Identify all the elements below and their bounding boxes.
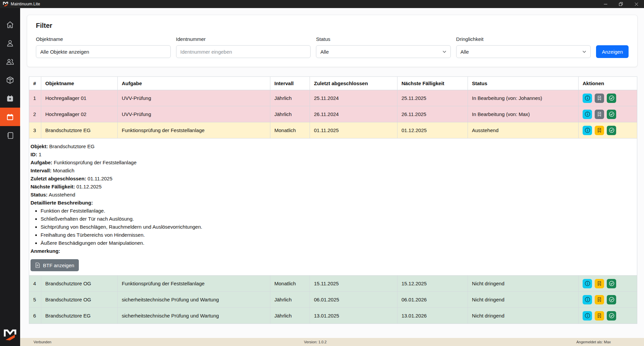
info-button[interactable]: [583, 94, 592, 103]
complete-button[interactable]: [607, 295, 616, 304]
table-row[interactable]: 4Brandschutztore OGFunktionsprüfung der …: [29, 276, 637, 292]
info-button[interactable]: [583, 279, 592, 288]
detail-id: ID: 1: [31, 151, 636, 159]
cell-zuletzt_abgeschlossen: 06.01.2025: [310, 292, 397, 308]
cell-naechste_faelligkeit: 06.01.2026: [397, 292, 468, 308]
cell-num: 1: [29, 90, 41, 106]
restore-icon: [619, 2, 623, 6]
bookmark-button[interactable]: [595, 279, 604, 288]
cell-num: 3: [29, 122, 41, 138]
info-button[interactable]: [583, 295, 592, 304]
column-header-objektname: Objektname: [41, 77, 118, 90]
cell-zuletzt_abgeschlossen: 13.01.2025: [310, 308, 397, 324]
minimize-icon: [604, 2, 607, 6]
cell-aufgabe: sicherheitstechnische Prüfung und Wartun…: [118, 308, 270, 324]
column-header-aufgabe: Aufgabe: [118, 77, 270, 90]
table-row[interactable]: 1Hochregallager 01UVV-PrüfungJährlich25.…: [29, 90, 637, 106]
detail-bullet: Freihaltung des Türbereichs von Hinderni…: [41, 231, 636, 239]
titlebar: Maintinuum.Lite: [0, 0, 644, 8]
cell-intervall: Jährlich: [270, 308, 310, 324]
bookmark-check-icon: [597, 112, 602, 117]
info-circle-icon: [585, 281, 590, 286]
complete-button[interactable]: [607, 110, 616, 119]
cell-zuletzt_abgeschlossen: 26.11.2024: [310, 106, 397, 122]
window-controls: [598, 0, 644, 8]
cell-aktionen: [579, 276, 637, 292]
sidebar-item-inventory[interactable]: [0, 71, 20, 89]
objektname-label: Objektname: [36, 36, 171, 42]
bookmark-button[interactable]: [595, 110, 604, 119]
info-button[interactable]: [583, 311, 592, 321]
objektname-input[interactable]: [36, 45, 171, 58]
info-button[interactable]: [583, 126, 592, 135]
cell-zuletzt_abgeschlossen: 01.11.2025: [310, 122, 397, 138]
column-header-intervall: Intervall: [270, 77, 310, 90]
sidebar-item-journal[interactable]: [0, 126, 20, 145]
bookmark-check-icon: [597, 281, 602, 286]
sidebar-item-calendar-add[interactable]: [0, 89, 20, 108]
status-select[interactable]: Alle: [316, 45, 451, 58]
cell-intervall: Monatlich: [270, 122, 310, 138]
sidebar-item-home[interactable]: [0, 15, 20, 34]
detail-bullet: Funktion der Feststellanlage.: [41, 207, 636, 215]
cell-aufgabe: sicherheitstechnische Prüfung und Wartun…: [118, 292, 270, 308]
bookmark-button[interactable]: [595, 94, 604, 103]
app-logo-bottom-icon: [0, 329, 20, 341]
dringlichkeit-label: Dringlichkeit: [456, 36, 591, 42]
cell-aktionen: [579, 122, 637, 138]
bookmark-button[interactable]: [595, 126, 604, 135]
anzeigen-button[interactable]: Anzeigen: [596, 45, 629, 58]
cell-objektname: Brandschutztore OG: [41, 276, 118, 292]
table-row[interactable]: 5Brandschutztore OGsicherheitstechnische…: [29, 292, 637, 308]
complete-button[interactable]: [607, 126, 616, 135]
complete-button[interactable]: [607, 311, 616, 321]
bookmark-check-icon: [597, 128, 602, 133]
bookmark-button[interactable]: [595, 295, 604, 304]
cell-intervall: Jährlich: [270, 292, 310, 308]
bookmark-button[interactable]: [595, 311, 604, 321]
info-circle-icon: [585, 313, 590, 319]
close-icon: [635, 2, 638, 6]
info-circle-icon: [585, 297, 590, 302]
detail-aufgabe: Aufgabe: Funktionsprüfung der Feststella…: [31, 159, 636, 167]
btf-anzeigen-button[interactable]: BTF anzeigen: [31, 259, 79, 271]
close-button[interactable]: [629, 0, 644, 8]
table-row[interactable]: 2Hochregallager 02UVV-PrüfungJährlich26.…: [29, 106, 637, 122]
sidebar-item-team[interactable]: [0, 52, 20, 71]
detail-note-label: Anmerkung:: [31, 247, 636, 255]
cell-naechste_faelligkeit: 01.12.2025: [397, 122, 468, 138]
sidebar-item-calendar[interactable]: [0, 108, 20, 126]
cell-intervall: Jährlich: [270, 90, 310, 106]
detail-bullet: Äußere Beschädigungen oder Manipulatione…: [41, 239, 636, 247]
calendar-icon: [6, 113, 14, 121]
detail-status: Status: Ausstehend: [31, 191, 636, 199]
maximize-button[interactable]: [613, 0, 629, 8]
detail-naechste: Nächste Fälligkeit: 01.12.2025: [31, 183, 636, 191]
complete-button[interactable]: [607, 279, 616, 288]
app-logo-icon: [3, 2, 8, 7]
filter-field-identnummer: Identnummer: [176, 36, 311, 58]
complete-button[interactable]: [607, 94, 616, 103]
identnummer-input[interactable]: [176, 45, 311, 58]
info-button[interactable]: [583, 110, 592, 119]
version-label: Version: 1.0.2: [20, 340, 610, 344]
info-circle-icon: [585, 127, 590, 133]
user-icon: [6, 39, 14, 48]
main-content: Filter Objektname Identnummer Status All…: [20, 8, 644, 338]
table-row[interactable]: 3Brandschutztore EGFunktionsprüfung der …: [29, 122, 637, 138]
check-circle-icon: [609, 297, 614, 302]
column-header-zuletzt: Zuletzt abgeschlossen: [310, 77, 397, 90]
statusbar: Verbunden Version: 1.0.2 Angemeldet als:…: [20, 338, 644, 346]
cell-zuletzt_abgeschlossen: 15.11.2025: [310, 276, 397, 292]
dringlichkeit-select[interactable]: Alle: [456, 45, 591, 58]
file-text-icon: [35, 263, 40, 268]
detail-bullet: Schließverhalten der Tür nach Auslösung.: [41, 215, 636, 223]
cell-status: Ausstehend: [468, 122, 579, 138]
sidebar-item-user[interactable]: [0, 34, 20, 52]
task-table-body: 1Hochregallager 01UVV-PrüfungJährlich25.…: [29, 90, 637, 324]
table-row[interactable]: 6Brandschutztore EGsicherheitstechnische…: [29, 308, 637, 324]
filter-panel: Filter Objektname Identnummer Status All…: [27, 15, 638, 67]
minimize-button[interactable]: [598, 0, 613, 8]
cell-objektname: Brandschutztore EG: [41, 308, 118, 324]
window-title: Maintinuum.Lite: [11, 2, 40, 6]
